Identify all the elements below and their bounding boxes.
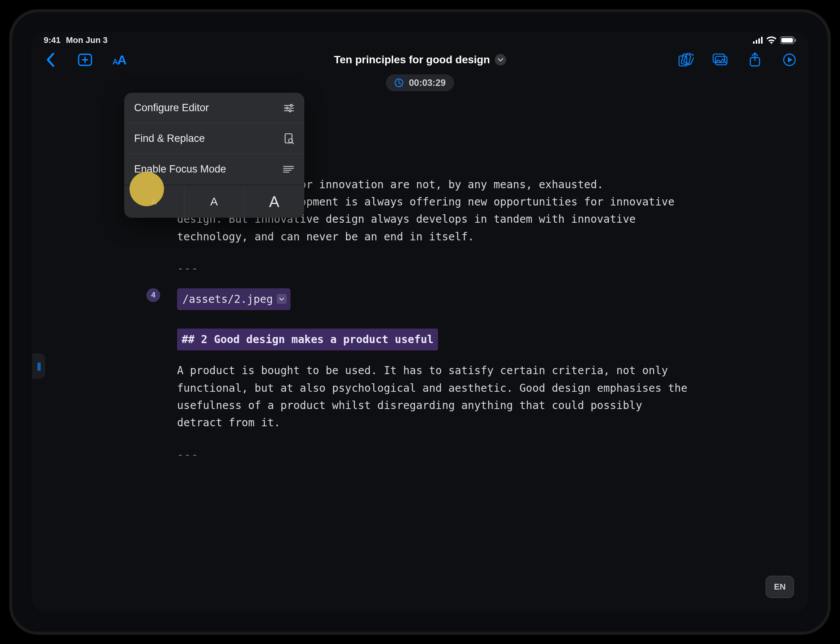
battery-icon [780, 36, 796, 44]
share-button[interactable] [746, 51, 763, 68]
wifi-icon [766, 36, 776, 44]
themes-button[interactable] [678, 51, 694, 68]
text-style-button[interactable]: AA [111, 51, 128, 68]
sidebar-handle[interactable]: || [32, 353, 45, 379]
line-badge-4: 4 [146, 288, 160, 302]
svg-point-13 [286, 107, 288, 109]
clock-icon [394, 78, 404, 87]
document-title[interactable]: Ten principles for good design [334, 54, 490, 66]
status-time: 9:41 [44, 35, 61, 45]
timer-pill[interactable]: 00:03:29 [386, 74, 454, 91]
asset-pill-2[interactable]: /assets/2.jpeg [177, 288, 290, 310]
menu-label: Configure Editor [134, 102, 209, 114]
hr-2: --- [177, 446, 778, 463]
language-indicator[interactable]: EN [766, 576, 794, 598]
menu-configure-editor[interactable]: Configure Editor [124, 93, 304, 123]
status-date: Mon Jun 3 [66, 35, 108, 45]
language-label: EN [774, 582, 786, 592]
menu-label: Find & Replace [134, 133, 205, 145]
svg-point-12 [290, 104, 292, 106]
font-size-large[interactable]: A [244, 186, 304, 218]
find-in-page-icon [284, 133, 294, 145]
timer-value: 00:03:29 [409, 77, 446, 88]
cellular-icon [753, 37, 763, 44]
back-button[interactable] [42, 51, 59, 68]
paragraph-2: A product is bought to be used. It has t… [177, 362, 691, 431]
svg-point-14 [289, 110, 291, 112]
play-button[interactable] [781, 51, 798, 68]
menu-find-replace[interactable]: Find & Replace [124, 123, 304, 154]
heading-2: ## 2 Good design makes a product useful [177, 329, 438, 350]
new-document-button[interactable] [77, 51, 94, 68]
svg-rect-2 [795, 39, 796, 42]
status-bar: 9:41 Mon Jun 3 [31, 31, 809, 47]
svg-rect-1 [781, 38, 793, 43]
font-size-medium[interactable]: A [184, 186, 244, 218]
touch-highlight [130, 172, 164, 206]
focus-lines-icon [283, 165, 294, 174]
chevron-down-icon[interactable] [277, 294, 287, 304]
handle-icon: || [37, 361, 40, 371]
hr-1: --- [177, 260, 778, 277]
asset-2-label: /assets/2.jpeg [182, 291, 273, 308]
gallery-button[interactable] [712, 51, 729, 68]
sliders-icon [284, 104, 294, 113]
toolbar: AA Ten principles for good design [31, 47, 809, 73]
title-chevron-icon[interactable] [495, 54, 506, 66]
